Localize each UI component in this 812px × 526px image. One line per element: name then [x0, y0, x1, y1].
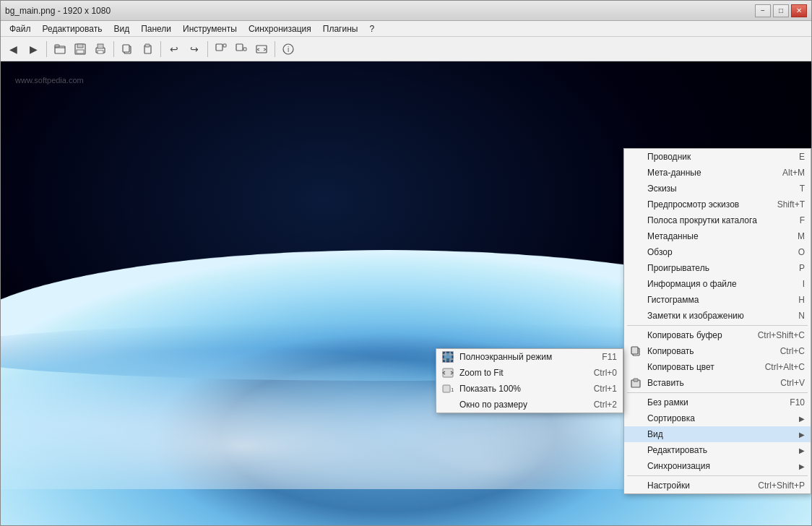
zoom-fit-icon	[441, 366, 455, 380]
menu-item-copy-buffer[interactable]: Копировать буфер Ctrl+Shift+C	[624, 327, 811, 343]
arrow-icon-edit: ▶	[799, 447, 805, 454]
print-button[interactable]	[91, 40, 110, 59]
menu-item-settings[interactable]: Настройки Ctrl+Shift+P	[624, 478, 811, 493]
context-menu-view-sub: Полноэкранный режим F11 Zoom to Fit Ctrl…	[436, 348, 623, 413]
info-button[interactable]: i	[279, 40, 298, 59]
sep4	[207, 41, 208, 57]
fullscreen-icon	[441, 350, 455, 364]
menu-view[interactable]: Вид	[108, 21, 135, 36]
menu-item-metainfo[interactable]: Метаданные M	[624, 228, 811, 244]
toolbar: ◀ ▶ ↩ ↪ i	[1, 37, 811, 61]
app-window: bg_main.png - 1920 x 1080 − □ ✕ Файл Ред…	[0, 0, 812, 526]
svg-rect-29	[443, 368, 453, 377]
svg-rect-12	[216, 44, 223, 51]
svg-rect-30	[443, 385, 450, 392]
svg-rect-20	[631, 347, 638, 354]
menu-item-fileinfo[interactable]: Информация о файле I	[624, 276, 811, 292]
menu-item-show-100[interactable]: 1 Показать 100% Ctrl+1	[436, 381, 623, 397]
menu-item-sort[interactable]: Сортировка ▶	[624, 410, 811, 426]
menu-item-catalog-scroll[interactable]: Полоса прокрутки каталога F	[624, 212, 811, 228]
menu-edit[interactable]: Редактировать	[37, 21, 108, 36]
sep-a	[627, 325, 808, 326]
menu-item-copy[interactable]: Копировать Ctrl+C	[624, 343, 811, 359]
menu-sync[interactable]: Синхронизация	[243, 21, 317, 36]
sep5	[275, 41, 275, 57]
close-button[interactable]: ✕	[791, 4, 807, 17]
menu-item-explorer[interactable]: Проводник E	[624, 149, 811, 165]
menu-item-copy-color[interactable]: Копировать цвет Ctrl+Alt+C	[624, 359, 811, 375]
menu-item-window-size[interactable]: Окно по размеру Ctrl+2	[436, 397, 623, 413]
menu-item-thumbnails[interactable]: Эскизы T	[624, 181, 811, 197]
menu-item-histogram[interactable]: Гистограмма H	[624, 292, 811, 308]
svg-text:i: i	[288, 46, 289, 53]
paste-button[interactable]	[138, 40, 157, 59]
svg-rect-13	[223, 44, 226, 47]
save-button[interactable]	[71, 40, 90, 59]
copy-icon	[629, 344, 643, 358]
menu-tools[interactable]: Инструменты	[177, 21, 243, 36]
svg-rect-6	[98, 44, 103, 48]
menu-item-editm[interactable]: Редактировать ▶	[624, 442, 811, 458]
svg-rect-22	[634, 379, 638, 381]
svg-rect-11	[145, 44, 150, 47]
menu-item-view[interactable]: Вид ▶	[624, 426, 811, 442]
svg-rect-9	[123, 45, 129, 52]
watermark: www.softpedia.com	[15, 76, 84, 85]
sep-c	[627, 475, 808, 476]
paste-icon	[629, 376, 643, 390]
zoom-out-button[interactable]	[232, 40, 251, 59]
menu-item-preview[interactable]: Предпросмотр эскизов Shift+T	[624, 197, 811, 212]
menu-item-zoom-fit[interactable]: Zoom to Fit Ctrl+0	[436, 365, 623, 381]
menu-item-player[interactable]: Проигрыватель P	[624, 260, 811, 276]
menu-file[interactable]: Файл	[4, 21, 37, 36]
context-menu-main: Проводник E Мета-данные Alt+M Эскизы T П…	[623, 148, 811, 494]
svg-rect-7	[98, 51, 103, 53]
zoom-in-button[interactable]	[212, 40, 230, 59]
menubar: Файл Редактировать Вид Панели Инструмент…	[1, 21, 811, 37]
svg-rect-15	[243, 48, 246, 51]
copy-button[interactable]	[118, 40, 137, 59]
menu-item-fullscreen[interactable]: Полноэкранный режим F11	[436, 349, 623, 365]
sep1	[46, 41, 47, 57]
svg-text:1: 1	[451, 387, 454, 393]
redo-button[interactable]: ↪	[185, 40, 204, 59]
window-controls: − □ ✕	[755, 4, 807, 17]
forward-button[interactable]: ▶	[24, 40, 43, 59]
minimize-button[interactable]: −	[755, 4, 771, 17]
menu-item-overview[interactable]: Обзор O	[624, 244, 811, 260]
svg-rect-14	[236, 44, 243, 51]
arrow-icon-sync: ▶	[799, 462, 805, 470]
arrow-icon-sort: ▶	[799, 415, 805, 423]
arrow-icon-view: ▶	[799, 431, 805, 439]
menu-item-no-frame[interactable]: Без рамки F10	[624, 394, 811, 410]
svg-rect-1	[55, 45, 59, 47]
menu-plugins[interactable]: Плагины	[317, 21, 364, 36]
undo-button[interactable]: ↩	[165, 40, 183, 59]
menu-panels[interactable]: Панели	[135, 21, 177, 36]
open-button[interactable]	[51, 40, 69, 59]
maximize-button[interactable]: □	[773, 4, 789, 17]
menu-help[interactable]: ?	[363, 21, 380, 36]
back-button[interactable]: ◀	[4, 40, 22, 59]
svg-rect-4	[77, 50, 84, 53]
sep-b	[627, 392, 808, 393]
window-title: bg_main.png - 1920 x 1080	[5, 6, 111, 16]
menu-item-metadata[interactable]: Мета-данные Alt+M	[624, 165, 811, 181]
svg-rect-3	[77, 44, 83, 48]
image-area: www.softpedia.com Проводник E Мета-данны…	[1, 61, 811, 525]
menu-item-syncm[interactable]: Синхронизация ▶	[624, 458, 811, 474]
titlebar: bg_main.png - 1920 x 1080 − □ ✕	[1, 1, 811, 21]
menu-item-paste[interactable]: Вставить Ctrl+V	[624, 375, 811, 391]
fit-button[interactable]	[252, 40, 271, 59]
zoom-100-icon: 1	[441, 381, 455, 396]
sep3	[160, 41, 161, 57]
sep2	[113, 41, 114, 57]
menu-item-notes[interactable]: Заметки к изображению N	[624, 308, 811, 324]
